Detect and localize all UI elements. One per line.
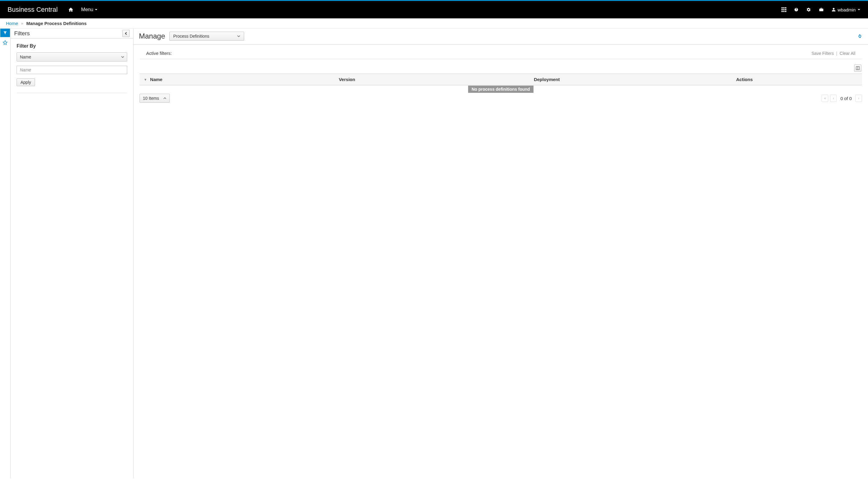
main-panel: Manage Process Definitions Active filter… [133,29,868,478]
page-title: Manage [139,32,165,40]
column-actions: Actions [732,74,862,85]
breadcrumb-current: Manage Process Definitions [26,21,87,26]
svg-rect-5 [785,9,786,10]
first-page-button[interactable]: « [822,95,828,102]
filters-title: Filters [14,30,122,37]
column-version[interactable]: Version [335,74,530,85]
side-rail [0,29,10,478]
page-size-select[interactable]: 10 Items [140,94,170,103]
svg-rect-2 [785,7,786,8]
page-size-label: 10 Items [143,96,159,101]
process-definitions-table: ▼ Name Version Deployment Actions [140,73,862,85]
clear-all-link[interactable]: Clear All [840,51,855,56]
help-icon[interactable] [794,7,798,12]
settings-gear-icon[interactable] [806,7,811,12]
manage-type-value: Process Definitions [173,34,210,39]
svg-rect-4 [783,9,784,10]
column-deployment[interactable]: Deployment [530,74,732,85]
next-page-button[interactable]: › [855,95,862,102]
filter-by-label: Filter By [17,43,127,49]
filter-value-input[interactable] [17,66,127,74]
chevron-down-icon [858,8,861,11]
refresh-icon[interactable] [857,33,863,39]
svg-rect-8 [785,11,786,12]
page-status: 0 of 0 [840,96,852,101]
manage-type-select[interactable]: Process Definitions [169,32,244,41]
briefcase-icon[interactable] [819,7,824,12]
prev-page-button[interactable]: ‹ [830,95,837,102]
sort-desc-icon: ▼ [144,78,147,82]
user-menu[interactable]: wbadmin [832,7,861,12]
svg-rect-3 [781,9,783,10]
save-filters-link[interactable]: Save Filters [812,51,834,56]
active-filters-label: Active filters: [146,51,172,56]
apply-button[interactable]: Apply [17,78,35,86]
breadcrumb: Home » Manage Process Definitions [0,19,868,29]
active-filters-bar: Active filters: Save Filters | Clear All [140,47,862,59]
empty-state-message: No process definitions found [468,86,534,93]
breadcrumb-separator: » [21,21,23,26]
separator: | [836,51,837,56]
chevron-up-icon [163,97,166,100]
filters-tab-icon[interactable] [0,29,10,37]
menu-label: Menu [81,7,93,12]
chevron-down-icon [237,35,240,38]
user-name: wbadmin [838,7,856,12]
collapse-filters-button[interactable] [122,30,130,37]
home-icon[interactable] [68,7,73,12]
column-name[interactable]: ▼ Name [140,74,335,85]
columns-toggle-icon[interactable] [854,64,861,72]
svg-rect-6 [781,11,783,12]
favorites-tab-icon[interactable] [0,38,10,47]
filters-panel: Filters Filter By Name Apply [10,29,133,478]
apps-grid-icon[interactable] [781,7,786,12]
filter-by-select[interactable]: Name [17,53,127,62]
menu-dropdown[interactable]: Menu [81,7,98,12]
chevron-down-icon [95,8,98,11]
svg-rect-1 [783,7,784,8]
brand-title[interactable]: Business Central [7,6,58,13]
top-nav: Business Central Menu [0,1,868,19]
svg-rect-7 [783,11,784,12]
breadcrumb-home[interactable]: Home [6,21,18,26]
user-icon [832,7,836,12]
svg-rect-0 [781,7,783,8]
